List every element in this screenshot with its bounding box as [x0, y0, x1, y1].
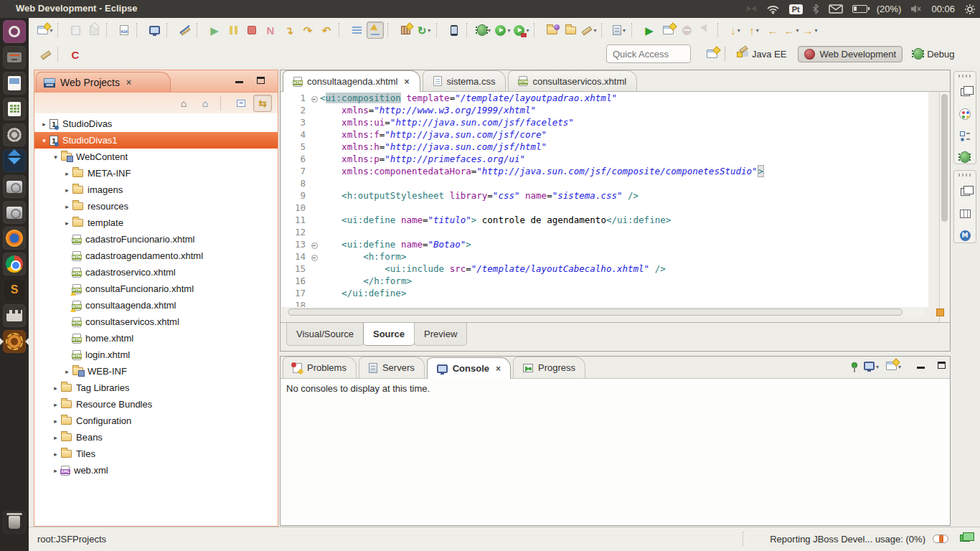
keyboard-layout-indicator[interactable]: Pt: [789, 4, 803, 14]
open-console-button[interactable]: ▾: [886, 359, 901, 372]
dropbox-tray-icon[interactable]: [746, 5, 757, 14]
quick-access-input[interactable]: [606, 44, 691, 63]
expand-arrow-icon[interactable]: ▾: [50, 154, 61, 161]
new-wizard-button[interactable]: ▾: [37, 22, 54, 39]
tree-item-tiles[interactable]: ▸Tiles: [34, 446, 278, 462]
line-number[interactable]: 8: [281, 177, 308, 189]
line-number[interactable]: 5: [281, 141, 308, 153]
perspective-java-ee[interactable]: Java EE: [731, 47, 792, 62]
launcher-sublime-text[interactable]: S: [3, 278, 26, 301]
tree-item-cadastroservico-xhtml[interactable]: cadastroservico.xhtml: [34, 264, 278, 281]
run-button[interactable]: ▾: [494, 22, 512, 39]
save-button[interactable]: [67, 22, 84, 39]
expand-arrow-icon[interactable]: ▸: [62, 170, 72, 177]
suspend-button[interactable]: [225, 22, 242, 39]
expand-arrow-icon[interactable]: ▸: [62, 368, 72, 375]
fold-marker[interactable]: −: [308, 92, 320, 104]
tree-item-meta-inf[interactable]: ▸META-INF: [34, 165, 278, 182]
maven-view-button[interactable]: M: [956, 229, 974, 242]
launcher-disk-1[interactable]: [3, 175, 26, 198]
expand-arrow-icon[interactable]: ▸: [62, 203, 72, 210]
maximize-console-button[interactable]: [938, 362, 946, 369]
editor-tab-sistema-css[interactable]: sistema.css: [423, 70, 507, 91]
line-number[interactable]: 6: [281, 153, 308, 165]
show-console-view-button[interactable]: [146, 22, 163, 39]
expand-arrow-icon[interactable]: ▸: [62, 220, 72, 227]
battery-icon[interactable]: [852, 5, 867, 13]
drag-handle[interactable]: [958, 174, 971, 176]
line-number[interactable]: 13: [281, 238, 308, 250]
tree-item-tag-libraries[interactable]: ▸Tag Libraries: [34, 380, 278, 396]
editor-tab-consultaagenda-xhtml[interactable]: consultaagenda.xhtml×: [283, 70, 420, 92]
launcher-dropbox[interactable]: [3, 149, 26, 172]
editor-tab-consultaservicos-xhtml[interactable]: consultaservicos.xhtml: [508, 70, 637, 91]
debug-button[interactable]: ▾: [476, 22, 493, 39]
line-number[interactable]: 17: [281, 287, 308, 299]
delete-button[interactable]: [678, 22, 695, 39]
windows-stack-icon[interactable]: [960, 534, 970, 542]
binary-doc-button[interactable]: [116, 22, 133, 39]
expand-arrow-icon[interactable]: ▸: [39, 121, 50, 128]
line-number[interactable]: 12: [281, 226, 308, 238]
console-panel-tab-progress[interactable]: Progress: [513, 357, 585, 378]
page-tab-preview[interactable]: Preview: [414, 323, 467, 346]
tree-item-webcontent[interactable]: ▾WebContent: [34, 149, 278, 165]
display-selected-console-button[interactable]: ▾: [864, 359, 879, 372]
fold-marker[interactable]: −: [308, 238, 320, 250]
back-button[interactable]: ←▾: [783, 22, 800, 39]
console-panel-tab-servers[interactable]: Servers: [359, 357, 425, 378]
wifi-icon[interactable]: [766, 4, 780, 14]
launcher-dash[interactable]: [3, 20, 26, 43]
tree-item-template[interactable]: ▸template: [34, 215, 278, 231]
expand-arrow-icon[interactable]: ▸: [50, 418, 61, 425]
go-into-button[interactable]: ⌂: [196, 95, 215, 112]
launcher-chrome[interactable]: [3, 253, 26, 276]
servers-button[interactable]: ▾: [611, 22, 628, 39]
console-panel-tab-problems[interactable]: Problems: [283, 357, 357, 378]
open-folder-button[interactable]: [562, 22, 579, 39]
pin-console-button[interactable]: [852, 363, 857, 367]
launcher-libreoffice-calc[interactable]: [3, 98, 26, 121]
line-number[interactable]: 18: [281, 299, 308, 307]
terminate-button[interactable]: [243, 22, 260, 39]
tree-item-cadastrofuncionario-xhtml[interactable]: cadastroFuncionario.xhtml: [34, 231, 278, 248]
expand-arrow-icon[interactable]: ▸: [62, 187, 72, 194]
perspective-web-development[interactable]: Web Development: [798, 46, 903, 62]
editor-hscrollbar[interactable]: [286, 308, 924, 317]
expand-arrow-icon[interactable]: ▸: [50, 385, 61, 392]
debug-view-button[interactable]: [956, 151, 974, 164]
drag-handle[interactable]: [958, 75, 971, 77]
maximize-view-button[interactable]: [257, 77, 265, 84]
page-tab-source[interactable]: Source: [363, 323, 415, 346]
select-element-button[interactable]: [697, 22, 714, 39]
run-on-server-button[interactable]: ▶: [641, 22, 658, 39]
launcher-eclipse-jboss[interactable]: [3, 330, 26, 353]
launcher-files[interactable]: [3, 46, 26, 69]
line-number[interactable]: 1: [281, 92, 308, 104]
expand-arrow-icon[interactable]: ▸: [50, 451, 61, 458]
line-number[interactable]: 3: [281, 116, 308, 128]
home-button[interactable]: ⌂: [174, 95, 193, 112]
line-number[interactable]: 9: [281, 189, 308, 202]
refresh-button[interactable]: ↻▾: [415, 22, 433, 39]
tree-item-beans[interactable]: ▸Beans: [34, 429, 278, 446]
vscroll-thumb[interactable]: [941, 94, 948, 222]
step-over-button[interactable]: ↷: [299, 22, 316, 39]
link-with-editor-button[interactable]: ⇆: [253, 95, 272, 112]
page-tab-visual-source[interactable]: Visual/Source: [286, 323, 364, 346]
launcher-trash[interactable]: [3, 511, 26, 534]
tree-item-cadastroagendamento-xhtml[interactable]: cadastroagendamento.xhtml: [34, 248, 278, 264]
disconnect-button[interactable]: N: [262, 22, 279, 39]
project-tree[interactable]: ▸StudioDivas▾StudioDivas1▾WebContent▸MET…: [34, 113, 278, 526]
tree-item-web-xml[interactable]: ▸web.xml: [34, 462, 278, 479]
tree-item-home-xhtml[interactable]: home.xhtml: [34, 330, 278, 347]
close-icon[interactable]: ×: [404, 77, 409, 87]
launcher-libreoffice-impress[interactable]: [3, 72, 26, 95]
mobile-preview-button[interactable]: [446, 22, 463, 39]
palette-view-button[interactable]: [956, 108, 974, 121]
launcher-system-settings[interactable]: [3, 123, 26, 146]
properties-table-view-button[interactable]: [956, 207, 974, 221]
mail-icon[interactable]: [829, 4, 843, 14]
line-number[interactable]: 10: [281, 202, 308, 214]
bluetooth-icon[interactable]: [812, 4, 819, 14]
